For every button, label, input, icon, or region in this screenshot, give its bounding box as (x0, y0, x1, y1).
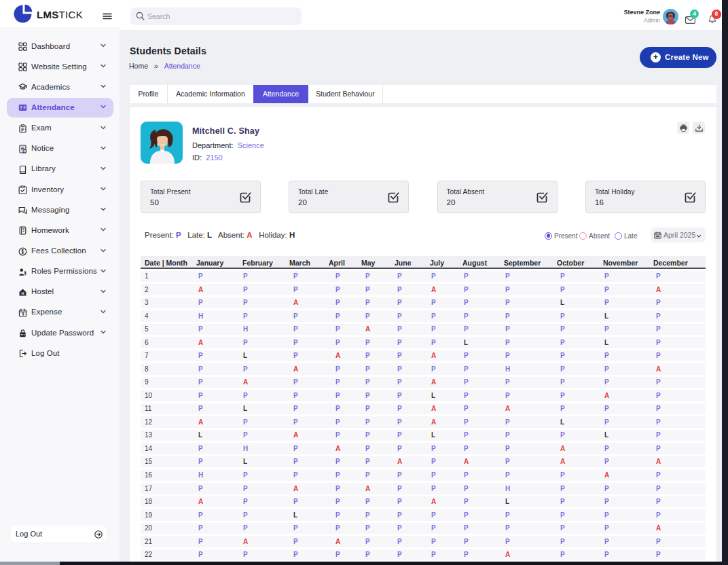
svg-text:H: H (22, 291, 24, 295)
